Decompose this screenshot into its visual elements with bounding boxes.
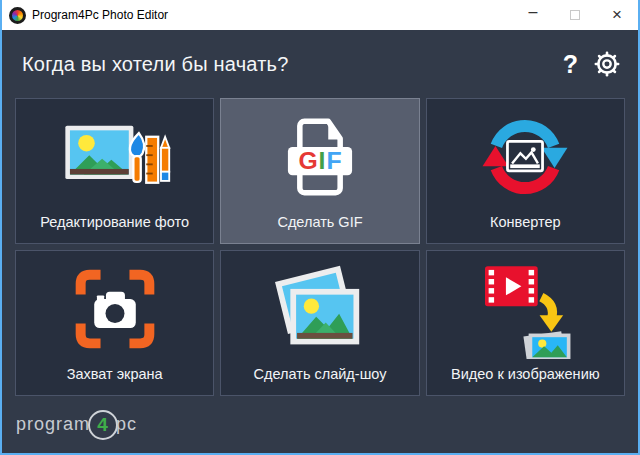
tile-label: Редактирование фото [40, 214, 189, 230]
help-icon[interactable]: ? [563, 52, 578, 77]
window-title: Program4Pc Photo Editor [32, 8, 512, 22]
screen-capture-icon [16, 251, 213, 366]
video-to-image-icon [427, 251, 624, 366]
tile-converter[interactable]: Конвертер [426, 98, 625, 244]
title-bar: Program4Pc Photo Editor – × [2, 0, 638, 30]
close-button[interactable]: × [596, 0, 638, 30]
tile-screen-capture[interactable]: Захват экрана [15, 250, 214, 396]
tile-label: Конвертер [490, 214, 560, 230]
logo-number: 4 [97, 414, 109, 436]
maximize-button[interactable] [554, 0, 596, 30]
gif-file-icon: GIF [221, 99, 418, 214]
tile-label: Видео к изображению [451, 366, 600, 382]
slideshow-photos-icon [221, 251, 418, 366]
edit-photo-icon [16, 99, 213, 214]
program4pc-logo: program 4 pc [16, 410, 137, 440]
logo-circle: 4 [88, 410, 118, 440]
tile-label: Сделать GIF [277, 214, 362, 230]
header-icons: ? [563, 51, 620, 77]
tile-label: Захват экрана [67, 366, 163, 382]
tile-make-slideshow[interactable]: Сделать слайд-шоу [220, 250, 419, 396]
tile-label: Сделать слайд-шоу [254, 366, 387, 382]
settings-gear-icon[interactable] [594, 51, 620, 77]
page-title: Когда вы хотели бы начать? [22, 53, 563, 76]
app-window: Program4Pc Photo Editor – × Когда вы хот… [0, 0, 640, 455]
tile-make-gif[interactable]: GIF Сделать GIF [220, 98, 419, 244]
logo-text-post: pc [116, 414, 137, 435]
tile-edit-photo[interactable]: Редактирование фото [15, 98, 214, 244]
footer: program 4 pc [2, 396, 638, 453]
svg-text:GIF: GIF [298, 146, 341, 173]
convert-arrows-icon [427, 99, 624, 214]
app-logo-icon [9, 7, 26, 24]
logo-text-pre: program [16, 414, 90, 435]
header: Когда вы хотели бы начать? ? [2, 30, 638, 98]
maximize-icon [570, 10, 580, 20]
minimize-button[interactable]: – [512, 0, 554, 30]
start-options-grid: Редактирование фото GIF Сделать GIF [15, 98, 625, 396]
main-content: Когда вы хотели бы начать? ? [2, 30, 638, 453]
tile-video-to-image[interactable]: Видео к изображению [426, 250, 625, 396]
